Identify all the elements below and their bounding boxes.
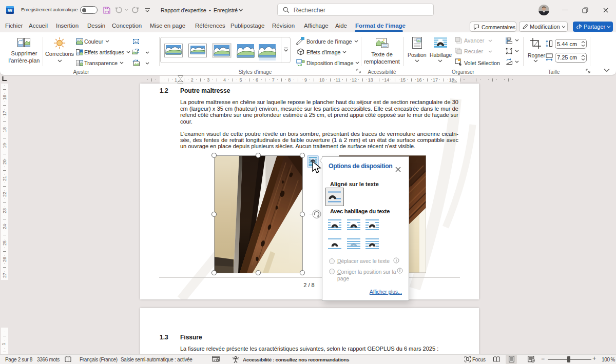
svg-text:W: W xyxy=(8,7,12,13)
